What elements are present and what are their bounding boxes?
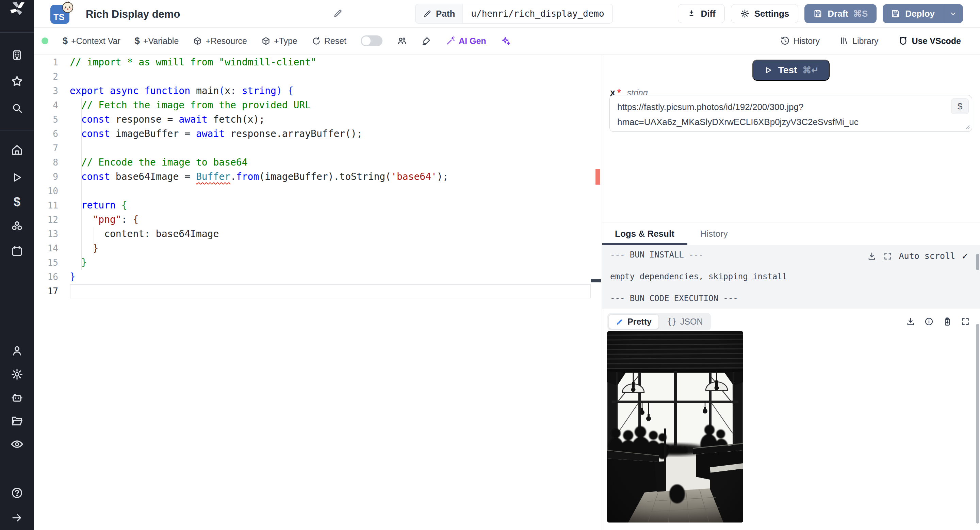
code-line-row[interactable]: 7 <box>34 141 591 155</box>
path-label-segment[interactable]: Path <box>415 4 463 23</box>
resources-cubes-icon[interactable] <box>11 220 24 233</box>
workspace-icon[interactable] <box>11 49 24 62</box>
code-rows: 1// import * as wmill from "windmill-cli… <box>34 55 591 299</box>
expand-sidebar-arrow-icon[interactable] <box>11 512 23 524</box>
code-line-row[interactable]: 10 <box>34 184 591 198</box>
braces-icon: {} <box>667 317 677 326</box>
deploy-dropdown-button[interactable] <box>943 4 963 23</box>
code-line[interactable]: // Fetch the image from the provided URL <box>70 98 591 112</box>
argument-input[interactable]: https://fastly.picsum.photos/id/192/200/… <box>609 95 972 132</box>
code-line[interactable]: } <box>70 241 591 255</box>
add-type-button[interactable]: +Type <box>261 36 298 46</box>
add-context-var-button[interactable]: $ +Context Var <box>63 36 121 46</box>
workers-robot-icon[interactable] <box>11 391 24 404</box>
code-line-row[interactable]: 2 <box>34 69 591 84</box>
code-line-row[interactable]: 11 return { <box>34 198 591 212</box>
code-line[interactable]: } <box>70 270 591 284</box>
code-line-row[interactable]: 16} <box>34 270 591 284</box>
schedules-calendar-icon[interactable] <box>11 244 24 257</box>
pretty-tab[interactable]: Pretty <box>609 314 659 329</box>
settings-gear-icon[interactable] <box>11 368 24 381</box>
download-result-icon[interactable] <box>906 317 915 326</box>
code-line[interactable]: // Encode the image to base64 <box>70 155 591 170</box>
windmill-logo-icon[interactable] <box>9 1 25 18</box>
folders-icon[interactable] <box>11 415 24 428</box>
code-line-row[interactable]: 14 } <box>34 241 591 255</box>
add-resource-button[interactable]: +Resource <box>193 36 247 46</box>
library-button[interactable]: Library <box>840 36 878 46</box>
resize-grip-icon[interactable] <box>964 124 970 130</box>
code-line[interactable]: const imageBuffer = await response.array… <box>70 127 591 141</box>
home-icon[interactable] <box>11 144 24 156</box>
use-vscode-button[interactable]: Use VScode <box>898 36 961 46</box>
help-icon[interactable] <box>11 486 24 499</box>
favorites-star-icon[interactable] <box>10 75 24 88</box>
reset-button[interactable]: Reset <box>312 36 347 46</box>
expand-result-icon[interactable] <box>961 317 970 326</box>
insert-variable-button[interactable]: $ <box>951 99 969 114</box>
draft-button[interactable]: Draft ⌘S <box>804 4 877 23</box>
runs-play-icon[interactable] <box>11 171 23 184</box>
code-line[interactable]: const base64Image = Buffer.from(imageBuf… <box>70 170 591 184</box>
auto-scroll-checkmark[interactable]: ✓ <box>962 251 968 262</box>
copy-clipboard-icon[interactable] <box>943 317 952 326</box>
code-editor[interactable]: 1// import * as wmill from "windmill-cli… <box>34 54 601 530</box>
format-brush-icon[interactable] <box>421 36 431 46</box>
edit-summary-pencil-icon[interactable] <box>333 8 343 18</box>
code-line[interactable]: export async function main(x: string) { <box>70 84 591 98</box>
variables-dollar-icon[interactable]: $ <box>14 195 21 209</box>
search-icon[interactable] <box>11 102 24 115</box>
code-line[interactable] <box>70 69 591 84</box>
add-variable-button[interactable]: $ +Variable <box>135 36 179 46</box>
ai-gen-button[interactable]: AI Gen <box>446 36 486 46</box>
code-line-row[interactable]: 17 <box>34 284 591 299</box>
code-line[interactable] <box>70 284 591 299</box>
tab-logs-result[interactable]: Logs & Result <box>602 222 687 245</box>
code-line-row[interactable]: 15 } <box>34 255 591 270</box>
sparkles-icon[interactable] <box>501 36 511 46</box>
code-line-row[interactable]: 6 const imageBuffer = await response.arr… <box>34 127 591 141</box>
auto-scroll-label[interactable]: Auto scroll <box>899 251 956 261</box>
code-line-row[interactable]: 9 const base64Image = Buffer.from(imageB… <box>34 170 591 184</box>
info-icon[interactable] <box>924 317 934 326</box>
code-line-row[interactable]: 12 "png": { <box>34 212 591 227</box>
code-line[interactable]: } <box>70 255 591 270</box>
code-line[interactable]: "png": { <box>70 212 591 227</box>
line-number: 13 <box>34 227 70 241</box>
panel-scrollbar[interactable] <box>976 324 979 524</box>
code-line[interactable] <box>70 184 591 198</box>
dollar-icon: $ <box>63 36 68 46</box>
code-line-row[interactable]: 1// import * as wmill from "windmill-cli… <box>34 55 591 69</box>
code-line-row[interactable]: 13 content: base64Image <box>34 227 591 241</box>
audit-eye-icon[interactable] <box>10 437 24 451</box>
code-line[interactable]: content: base64Image <box>70 227 591 241</box>
plus-minus-icon <box>687 9 696 18</box>
code-line-row[interactable]: 5 const response = await fetch(x); <box>34 112 591 127</box>
diff-button[interactable]: Diff <box>678 4 724 23</box>
code-line[interactable] <box>70 141 591 155</box>
deploy-split-button: Deploy <box>883 4 963 23</box>
users-person-icon[interactable] <box>11 344 24 357</box>
log-scrollbar[interactable] <box>976 254 979 270</box>
code-line[interactable]: return { <box>70 198 591 212</box>
line-number: 7 <box>34 141 70 155</box>
settings-button[interactable]: Settings <box>731 4 799 23</box>
deploy-button[interactable]: Deploy <box>883 4 943 23</box>
download-logs-icon[interactable] <box>867 251 877 261</box>
code-line[interactable]: const response = await fetch(x); <box>70 112 591 127</box>
expand-logs-icon[interactable] <box>883 252 892 260</box>
code-line-row[interactable]: 4 // Fetch the image from the provided U… <box>34 98 591 112</box>
line-number: 1 <box>34 55 70 69</box>
test-button[interactable]: Test ⌘↵ <box>752 60 830 81</box>
code-line-row[interactable]: 3export async function main(x: string) { <box>34 84 591 98</box>
log-area[interactable]: --- BUN INSTALL ---empty dependencies, s… <box>602 245 980 309</box>
tab-history[interactable]: History <box>687 222 741 245</box>
code-line-row[interactable]: 8 // Encode the image to base64 <box>34 155 591 170</box>
path-chip[interactable]: Path u/henri/rich_display_demo <box>415 4 613 24</box>
multiplayer-toggle[interactable] <box>361 35 382 46</box>
multiplayer-users-icon[interactable] <box>397 36 407 46</box>
json-tab[interactable]: {} JSON <box>660 315 710 329</box>
history-button[interactable]: History <box>780 36 820 46</box>
code-line[interactable]: // import * as wmill from "windmill-clie… <box>70 55 591 69</box>
result-image[interactable] <box>607 331 743 522</box>
